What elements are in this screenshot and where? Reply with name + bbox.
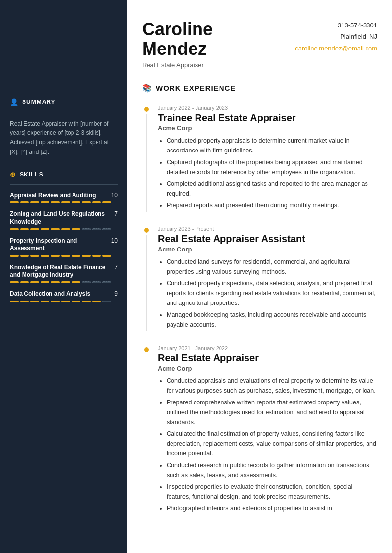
skill-bar (10, 301, 118, 302)
email: caroline.mendez@email.com (295, 43, 377, 54)
location: Plainfield, NJ (295, 31, 377, 42)
sidebar: 👤 SUMMARY Real Estate Appraiser with [nu… (0, 0, 127, 553)
skill-name: Data Collection and Analysis (10, 290, 111, 298)
job-title: Real Estate Appraiser (142, 61, 213, 69)
job-company: Acme Corp (158, 125, 377, 132)
skill-name: Zoning and Land Use Regulations Knowledg… (10, 210, 111, 226)
job-bullet: Captured photographs of the properties b… (167, 157, 377, 177)
job-date: January 2023 - Present (158, 226, 377, 232)
skills-icon: ⊕ (10, 171, 16, 178)
job-bullet: Conducted research in public records to … (167, 460, 377, 480)
timeline (142, 105, 151, 212)
skill-item: Zoning and Land Use Regulations Knowledg… (10, 210, 118, 230)
skill-item: Property Inspection and Assessment10 (10, 237, 118, 257)
timeline (142, 345, 151, 515)
work-section-title: WORK EXPERIENCE (156, 84, 236, 92)
work-item: January 2022 - January 2023Trainee Real … (142, 105, 377, 212)
work-section-header: 📚 WORK EXPERIENCE (142, 83, 377, 97)
job-title: Trainee Real Estate Appraiser (158, 112, 377, 124)
skill-bar (10, 255, 118, 257)
skills-title: ⊕ SKILLS (10, 171, 118, 178)
skill-score: 10 (111, 237, 118, 244)
timeline-dot (144, 228, 149, 233)
skill-score: 7 (114, 264, 118, 271)
work-item: January 2021 - January 2022Real Estate A… (142, 345, 377, 515)
person-icon: 👤 (10, 98, 19, 106)
skill-name: Appraisal Review and Auditing (10, 192, 108, 200)
skill-bar (10, 281, 118, 283)
work-experience-section: 📚 WORK EXPERIENCE January 2022 - January… (142, 83, 377, 515)
full-name: Caroline Mendez (142, 20, 213, 58)
job-bullet: Managed bookkeeping tasks, including acc… (167, 310, 377, 329)
timeline-dot (144, 347, 149, 352)
job-company: Acme Corp (158, 365, 377, 372)
timeline-line (146, 235, 147, 331)
skill-score: 10 (111, 192, 118, 199)
summary-title: 👤 SUMMARY (10, 98, 118, 106)
job-bullet: Conducted property inspections, data sel… (167, 278, 377, 308)
skill-item: Knowledge of Real Estate Finance and Mor… (10, 264, 118, 283)
skill-bar (10, 228, 118, 230)
skills-list: Appraisal Review and Auditing10Zoning an… (10, 192, 118, 302)
skill-bar (10, 201, 118, 203)
job-bullet: Conducted property appraisals to determi… (167, 136, 377, 155)
job-company: Acme Corp (158, 246, 377, 253)
job-bullet: Completed additional assigned tasks and … (167, 179, 377, 199)
job-bullet: Inspected properties to evaluate their c… (167, 482, 377, 502)
summary-section: 👤 SUMMARY Real Estate Appraiser with [nu… (10, 98, 118, 157)
work-item: January 2023 - PresentReal Estate Apprai… (142, 226, 377, 331)
summary-text: Real Estate Appraiser with [number of ye… (10, 119, 118, 157)
skill-item: Data Collection and Analysis9 (10, 290, 118, 302)
job-title: Real Estate Appraiser (158, 352, 377, 364)
job-title: Real Estate Appraiser Assistant (158, 233, 377, 245)
skill-name: Property Inspection and Assessment (10, 237, 108, 252)
timeline (142, 226, 151, 331)
header-name-block: Caroline Mendez Real Estate Appraiser (142, 20, 213, 69)
job-bullets: Conducted appraisals and evaluations of … (158, 376, 377, 513)
jobs-list: January 2022 - January 2023Trainee Real … (142, 105, 377, 515)
skill-item: Appraisal Review and Auditing10 (10, 192, 118, 204)
job-bullet: Conducted land surveys for residential, … (167, 257, 377, 276)
contact-block: 313-574-3301 Plainfield, NJ caroline.men… (295, 20, 377, 54)
skills-section: ⊕ SKILLS Appraisal Review and Auditing10… (10, 171, 118, 302)
job-bullets: Conducted property appraisals to determi… (158, 136, 377, 210)
phone: 313-574-3301 (295, 20, 377, 31)
job-bullet: Calculated the final estimation of prope… (167, 429, 377, 458)
timeline-dot (144, 107, 149, 112)
job-bullets: Conducted land surveys for residential, … (158, 257, 377, 329)
skill-score: 9 (114, 290, 118, 297)
job-date: January 2021 - January 2022 (158, 345, 377, 351)
skill-name: Knowledge of Real Estate Finance and Mor… (10, 264, 111, 279)
job-date: January 2022 - January 2023 (158, 105, 377, 111)
job-bullet: Conducted appraisals and evaluations of … (167, 376, 377, 396)
job-bullet: Photographed interiors and exteriors of … (167, 503, 377, 513)
job-bullet: Prepared reports and presented them duri… (167, 201, 377, 210)
skill-score: 7 (114, 210, 118, 217)
job-bullet: Prepared comprehensive written reports t… (167, 398, 377, 427)
resume-header: Caroline Mendez Real Estate Appraiser 31… (142, 20, 377, 69)
timeline-line (146, 114, 147, 212)
briefcase-icon: 📚 (142, 83, 152, 93)
main-content: Caroline Mendez Real Estate Appraiser 31… (127, 0, 392, 553)
